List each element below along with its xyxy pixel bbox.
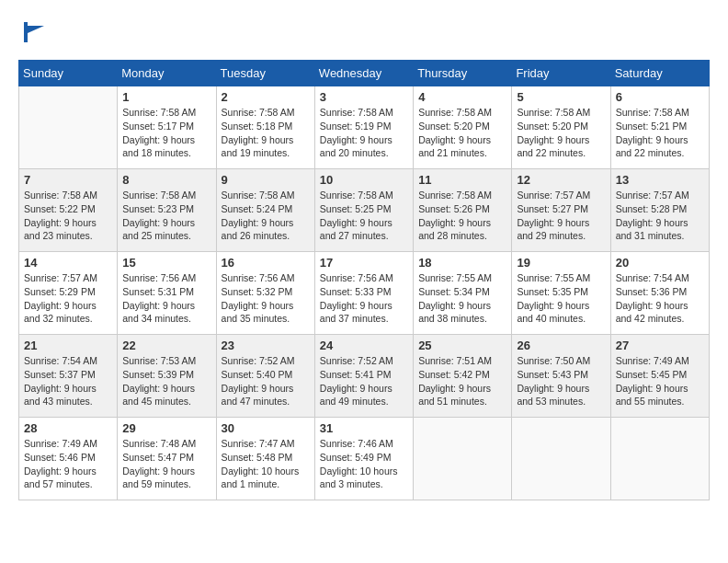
day-number: 20	[616, 256, 704, 270]
day-number: 10	[320, 173, 408, 187]
calendar-header-sunday: Sunday	[19, 61, 118, 86]
day-number: 31	[320, 421, 408, 435]
calendar-cell: 3Sunrise: 7:58 AMSunset: 5:19 PMDaylight…	[314, 86, 413, 169]
day-number: 12	[517, 173, 605, 187]
day-info: Sunrise: 7:55 AMSunset: 5:34 PMDaylight:…	[418, 271, 506, 326]
day-number: 9	[222, 173, 310, 187]
day-info: Sunrise: 7:52 AMSunset: 5:40 PMDaylight:…	[222, 354, 310, 408]
calendar-cell: 28Sunrise: 7:49 AMSunset: 5:46 PMDayligh…	[19, 418, 118, 500]
day-number: 17	[320, 256, 408, 270]
day-info: Sunrise: 7:58 AMSunset: 5:20 PMDaylight:…	[418, 106, 506, 160]
calendar-cell: 27Sunrise: 7:49 AMSunset: 5:45 PMDayligh…	[610, 335, 709, 418]
calendar-week-row: 21Sunrise: 7:54 AMSunset: 5:37 PMDayligh…	[19, 335, 710, 418]
day-info: Sunrise: 7:57 AMSunset: 5:28 PMDaylight:…	[616, 189, 704, 243]
calendar-cell: 29Sunrise: 7:48 AMSunset: 5:47 PMDayligh…	[118, 418, 216, 500]
calendar-cell: 19Sunrise: 7:55 AMSunset: 5:35 PMDayligh…	[512, 252, 610, 335]
day-info: Sunrise: 7:57 AMSunset: 5:29 PMDaylight:…	[24, 271, 112, 326]
day-info: Sunrise: 7:56 AMSunset: 5:32 PMDaylight:…	[222, 271, 310, 326]
day-info: Sunrise: 7:58 AMSunset: 5:22 PMDaylight:…	[24, 189, 112, 243]
day-info: Sunrise: 7:50 AMSunset: 5:43 PMDaylight:…	[517, 354, 605, 408]
calendar-cell: 15Sunrise: 7:56 AMSunset: 5:31 PMDayligh…	[118, 252, 216, 335]
calendar-cell: 10Sunrise: 7:58 AMSunset: 5:25 PMDayligh…	[314, 169, 413, 252]
day-info: Sunrise: 7:46 AMSunset: 5:49 PMDaylight:…	[320, 437, 408, 491]
day-number: 27	[616, 339, 704, 352]
day-number: 16	[222, 256, 310, 270]
day-info: Sunrise: 7:49 AMSunset: 5:45 PMDaylight:…	[616, 354, 704, 408]
day-number: 11	[418, 173, 506, 187]
calendar-cell: 14Sunrise: 7:57 AMSunset: 5:29 PMDayligh…	[19, 252, 118, 335]
day-number: 30	[222, 421, 310, 435]
calendar-week-row: 7Sunrise: 7:58 AMSunset: 5:22 PMDaylight…	[19, 169, 710, 252]
calendar-cell: 9Sunrise: 7:58 AMSunset: 5:24 PMDaylight…	[216, 169, 314, 252]
day-number: 22	[122, 339, 210, 352]
calendar-cell: 31Sunrise: 7:46 AMSunset: 5:49 PMDayligh…	[314, 418, 413, 500]
calendar-week-row: 28Sunrise: 7:49 AMSunset: 5:46 PMDayligh…	[19, 418, 710, 500]
calendar-cell: 21Sunrise: 7:54 AMSunset: 5:37 PMDayligh…	[19, 335, 118, 418]
calendar-cell: 7Sunrise: 7:58 AMSunset: 5:22 PMDaylight…	[19, 169, 118, 252]
calendar-cell: 24Sunrise: 7:52 AMSunset: 5:41 PMDayligh…	[314, 335, 413, 418]
calendar-cell	[512, 418, 610, 500]
calendar-cell: 6Sunrise: 7:58 AMSunset: 5:21 PMDaylight…	[610, 86, 709, 169]
day-number: 25	[418, 339, 506, 352]
calendar-cell: 4Sunrise: 7:58 AMSunset: 5:20 PMDaylight…	[414, 86, 512, 169]
calendar-cell: 11Sunrise: 7:58 AMSunset: 5:26 PMDayligh…	[414, 169, 512, 252]
day-info: Sunrise: 7:58 AMSunset: 5:17 PMDaylight:…	[122, 106, 210, 160]
calendar-cell: 25Sunrise: 7:51 AMSunset: 5:42 PMDayligh…	[414, 335, 512, 418]
day-number: 1	[122, 90, 210, 104]
day-number: 29	[122, 421, 210, 435]
day-number: 21	[24, 339, 112, 352]
day-number: 26	[517, 339, 605, 352]
day-info: Sunrise: 7:49 AMSunset: 5:46 PMDaylight:…	[24, 437, 112, 491]
day-info: Sunrise: 7:54 AMSunset: 5:37 PMDaylight:…	[24, 354, 112, 408]
logo-flag-icon	[20, 18, 48, 46]
day-number: 18	[418, 256, 506, 270]
header	[18, 18, 710, 51]
day-info: Sunrise: 7:52 AMSunset: 5:41 PMDaylight:…	[320, 354, 408, 408]
day-info: Sunrise: 7:58 AMSunset: 5:20 PMDaylight:…	[517, 106, 605, 160]
day-number: 4	[418, 90, 506, 104]
day-info: Sunrise: 7:47 AMSunset: 5:48 PMDaylight:…	[222, 437, 310, 491]
calendar-header-wednesday: Wednesday	[314, 61, 413, 86]
calendar-table: SundayMondayTuesdayWednesdayThursdayFrid…	[18, 60, 710, 500]
calendar-cell: 17Sunrise: 7:56 AMSunset: 5:33 PMDayligh…	[314, 252, 413, 335]
calendar-cell: 8Sunrise: 7:58 AMSunset: 5:23 PMDaylight…	[118, 169, 216, 252]
logo	[18, 18, 48, 51]
day-number: 7	[24, 173, 112, 187]
calendar-header-row: SundayMondayTuesdayWednesdayThursdayFrid…	[19, 61, 710, 86]
calendar-cell: 16Sunrise: 7:56 AMSunset: 5:32 PMDayligh…	[216, 252, 314, 335]
calendar-header-tuesday: Tuesday	[216, 61, 314, 86]
day-info: Sunrise: 7:56 AMSunset: 5:31 PMDaylight:…	[122, 271, 210, 326]
calendar-header-saturday: Saturday	[610, 61, 709, 86]
day-number: 13	[616, 173, 704, 187]
calendar-cell	[414, 418, 512, 500]
calendar-cell: 2Sunrise: 7:58 AMSunset: 5:18 PMDaylight…	[216, 86, 314, 169]
calendar-week-row: 14Sunrise: 7:57 AMSunset: 5:29 PMDayligh…	[19, 252, 710, 335]
calendar-cell: 13Sunrise: 7:57 AMSunset: 5:28 PMDayligh…	[610, 169, 709, 252]
calendar-cell	[19, 86, 118, 169]
day-number: 3	[320, 90, 408, 104]
calendar-header-thursday: Thursday	[414, 61, 512, 86]
calendar-cell	[610, 418, 709, 500]
day-info: Sunrise: 7:58 AMSunset: 5:19 PMDaylight:…	[320, 106, 408, 160]
day-number: 15	[122, 256, 210, 270]
day-number: 19	[517, 256, 605, 270]
day-info: Sunrise: 7:56 AMSunset: 5:33 PMDaylight:…	[320, 271, 408, 326]
day-info: Sunrise: 7:54 AMSunset: 5:36 PMDaylight:…	[616, 271, 704, 326]
calendar-cell: 26Sunrise: 7:50 AMSunset: 5:43 PMDayligh…	[512, 335, 610, 418]
calendar-header-monday: Monday	[118, 61, 216, 86]
day-info: Sunrise: 7:48 AMSunset: 5:47 PMDaylight:…	[122, 437, 210, 491]
day-info: Sunrise: 7:57 AMSunset: 5:27 PMDaylight:…	[517, 189, 605, 243]
day-number: 2	[222, 90, 310, 104]
calendar-cell: 5Sunrise: 7:58 AMSunset: 5:20 PMDaylight…	[512, 86, 610, 169]
day-info: Sunrise: 7:58 AMSunset: 5:25 PMDaylight:…	[320, 189, 408, 243]
day-info: Sunrise: 7:53 AMSunset: 5:39 PMDaylight:…	[122, 354, 210, 408]
day-number: 8	[122, 173, 210, 187]
calendar-cell: 23Sunrise: 7:52 AMSunset: 5:40 PMDayligh…	[216, 335, 314, 418]
calendar-cell: 30Sunrise: 7:47 AMSunset: 5:48 PMDayligh…	[216, 418, 314, 500]
day-info: Sunrise: 7:58 AMSunset: 5:26 PMDaylight:…	[418, 189, 506, 243]
day-info: Sunrise: 7:58 AMSunset: 5:24 PMDaylight:…	[222, 189, 310, 243]
day-number: 24	[320, 339, 408, 352]
day-info: Sunrise: 7:58 AMSunset: 5:21 PMDaylight:…	[616, 106, 704, 160]
day-number: 5	[517, 90, 605, 104]
calendar-week-row: 1Sunrise: 7:58 AMSunset: 5:17 PMDaylight…	[19, 86, 710, 169]
